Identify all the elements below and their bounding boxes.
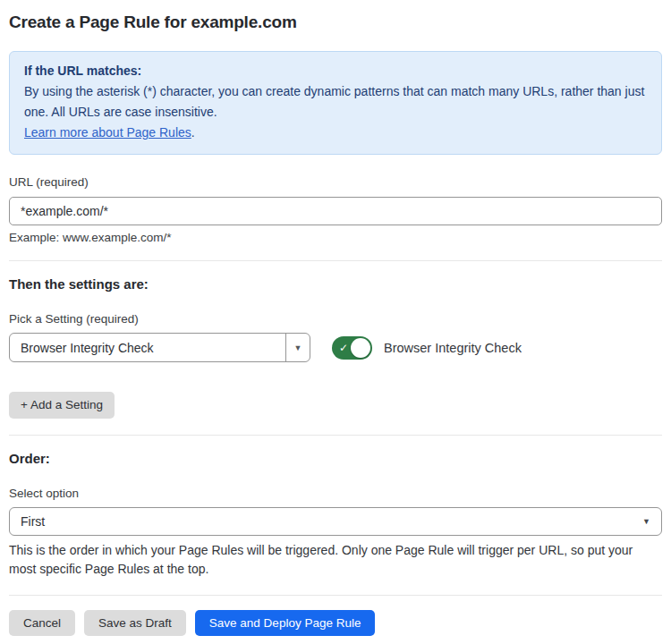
- learn-more-link[interactable]: Learn more about Page Rules: [24, 125, 191, 140]
- setting-dropdown[interactable]: Browser Integrity Check ▼: [9, 333, 310, 362]
- check-icon: ✓: [339, 343, 348, 353]
- divider: [9, 595, 662, 596]
- url-example-helper: Example: www.example.com/*: [9, 231, 662, 244]
- link-period: .: [191, 125, 195, 140]
- info-box-body: By using the asterisk (*) character, you…: [24, 81, 647, 123]
- order-helper-text: This is the order in which your Page Rul…: [9, 541, 662, 579]
- url-field-label: URL (required): [9, 175, 662, 189]
- page-title: Create a Page Rule for example.com: [9, 13, 662, 32]
- chevron-down-icon: ▼: [294, 343, 302, 352]
- browser-integrity-toggle[interactable]: ✓: [332, 336, 372, 360]
- info-box-heading: If the URL matches:: [24, 61, 647, 81]
- url-input[interactable]: [9, 197, 662, 225]
- info-box-link-line: Learn more about Page Rules.: [24, 123, 647, 143]
- order-select[interactable]: First ▼: [9, 507, 662, 536]
- save-and-deploy-button[interactable]: Save and Deploy Page Rule: [195, 610, 376, 637]
- pick-setting-label: Pick a Setting (required): [9, 312, 662, 326]
- chevron-down-icon: ▼: [642, 517, 650, 526]
- footer-actions: Cancel Save as Draft Save and Deploy Pag…: [9, 610, 662, 637]
- add-setting-button[interactable]: + Add a Setting: [9, 392, 115, 419]
- divider: [9, 260, 662, 261]
- cancel-button[interactable]: Cancel: [9, 610, 75, 637]
- setting-dropdown-value: Browser Integrity Check: [10, 334, 285, 361]
- save-as-draft-button[interactable]: Save as Draft: [84, 610, 186, 637]
- order-section-heading: Order:: [9, 451, 662, 466]
- select-option-label: Select option: [9, 487, 662, 500]
- order-select-value: First: [21, 514, 45, 529]
- url-matches-info-box: If the URL matches: By using the asteris…: [9, 51, 662, 155]
- setting-row: Browser Integrity Check ▼ ✓ Browser Inte…: [9, 333, 662, 362]
- create-page-rule-form: Create a Page Rule for example.com If th…: [0, 0, 671, 644]
- toggle-knob: [351, 338, 370, 358]
- settings-section-heading: Then the settings are:: [9, 276, 662, 292]
- setting-dropdown-arrow-button[interactable]: ▼: [285, 334, 310, 361]
- divider: [9, 435, 662, 436]
- toggle-label: Browser Integrity Check: [384, 341, 522, 355]
